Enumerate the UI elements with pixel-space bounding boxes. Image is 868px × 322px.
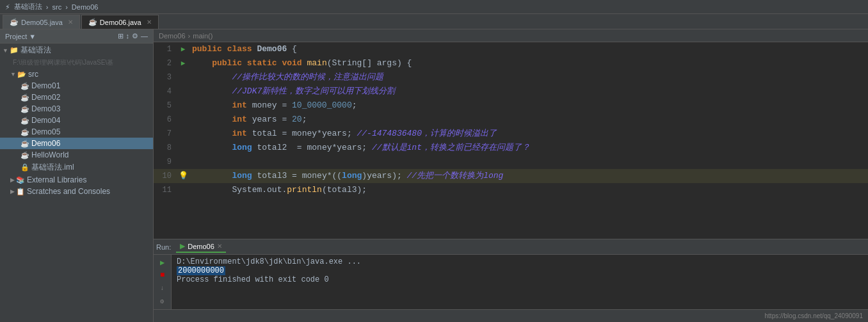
run-tab-icon: ▶ (180, 242, 185, 250)
sidebar-item-demo02[interactable]: ☕ Demo02 (0, 92, 153, 103)
run-arrow-1: ▶ (181, 42, 186, 56)
line-content-5: int money = 10_0000_0000; (189, 99, 868, 113)
editor[interactable]: 1 ▶ public class Demo06 { 2 ▶ public sta… (154, 42, 868, 239)
code-line-7: 7 int total = money*years; //-1474836480… (154, 127, 868, 141)
sidebar-item-external-libs[interactable]: ▶ 📚 External Libraries (0, 174, 153, 186)
sidebar-item-demo05[interactable]: ☕ Demo05 (0, 126, 153, 138)
run-output: D:\Environment\jdk8\jdk\bin\java.exe ...… (172, 255, 868, 309)
main-layout: Project ▼ ⊞ ↕ ⚙ — ▼ 📁 基础语法 F:\班级管理\网课班\代… (0, 29, 868, 322)
sidebar-item-helloworld[interactable]: ☕ HelloWorld (0, 149, 153, 161)
line-num-6: 6 (154, 113, 177, 127)
line-content-10: long total3 = money*((long)years); //先把一… (189, 169, 868, 183)
sidebar-item-demo06[interactable]: ☕ Demo06 (0, 138, 153, 149)
class-icon-demo04: ☕ (20, 117, 29, 125)
line-content-1: public class Demo06 { (189, 42, 868, 56)
tab-demo05-label: Demo05.java (21, 19, 63, 26)
line-num-1: 1 (154, 42, 177, 56)
sidebar-item-iml[interactable]: 🔒 基础语法.iml (0, 161, 153, 174)
tab-demo06[interactable]: ☕ Demo06.java ✕ (81, 15, 159, 29)
title-breadcrumb-2: src (52, 3, 62, 11)
run-tab-close[interactable]: ✕ (217, 243, 222, 250)
iml-icon: 🔒 (20, 163, 29, 172)
tab-demo06-label: Demo06.java (100, 19, 141, 26)
output-command: D:\Environment\jdk8\jdk\bin\java.exe ... (177, 257, 863, 266)
line-num-10: 10 (154, 169, 177, 183)
line-gutter-1[interactable]: ▶ (177, 42, 189, 56)
run-filter-button[interactable]: ⚙ (156, 296, 169, 307)
tree-arrow-project: ▼ (3, 47, 8, 54)
title-icon: ⚡ (5, 2, 10, 12)
tab-demo05-close[interactable]: ✕ (68, 19, 73, 26)
breadcrumb-main: main() (193, 32, 213, 40)
project-name: 基础语法 (20, 45, 51, 56)
line-num-9: 9 (154, 155, 177, 169)
run-play-button[interactable]: ▶ (156, 257, 169, 268)
title-breadcrumb-3: Demo06 (72, 3, 99, 11)
line-gutter-10[interactable]: 💡 (177, 169, 189, 183)
demo05-label: Demo05 (31, 127, 60, 136)
tab-demo06-icon: ☕ (88, 18, 97, 26)
output-result-value: 2000000000 (177, 266, 225, 275)
run-arrow-2: ▶ (181, 56, 186, 70)
title-bar: ⚡ 基础语法 › src › Demo06 (0, 0, 868, 14)
sidebar-item-demo04[interactable]: ☕ Demo04 (0, 115, 153, 126)
breadcrumb-demo06: Demo06 (159, 32, 186, 40)
run-stop-button[interactable]: ■ (156, 270, 169, 280)
helloworld-label: HelloWorld (31, 150, 68, 159)
demo04-label: Demo04 (31, 116, 60, 125)
sidebar-item-scratches[interactable]: ▶ 📋 Scratches and Consoles (0, 186, 153, 197)
tree-arrow-src: ▼ (10, 71, 16, 77)
code-line-10: 10 💡 long total3 = money*((long)years); … (154, 169, 868, 183)
sidebar-header[interactable]: Project ▼ ⊞ ↕ ⚙ — (0, 29, 153, 44)
demo06-label: Demo06 (31, 139, 60, 148)
line-num-7: 7 (154, 127, 177, 141)
sidebar-item-src[interactable]: ▼ 📂 src (0, 68, 153, 80)
sidebar-item-demo03[interactable]: ☕ Demo03 (0, 103, 153, 115)
project-path: F:\班级管理\网课班\代码\JavaSE\基 (13, 58, 113, 67)
breadcrumb: Demo06 › main() (154, 29, 868, 42)
project-label: Project ▼ (5, 33, 36, 40)
tree-arrow-extlibs: ▶ (10, 177, 15, 183)
run-panel: Run: ▶ Demo06 ✕ ▶ ■ ↓ ⚙ D:\Environment\j… (154, 239, 868, 309)
code-line-1: 1 ▶ public class Demo06 { (154, 42, 868, 56)
status-url[interactable]: https://blog.csdn.net/qq_24090091 (765, 312, 863, 319)
line-content-9 (189, 155, 868, 169)
line-content-6: int years = 20; (189, 113, 868, 127)
extlibs-icon: 📚 (16, 176, 25, 184)
class-icon-helloworld: ☕ (20, 151, 29, 159)
output-exit-message: Process finished with exit code 0 (177, 275, 863, 284)
code-line-2: 2 ▶ public static void main(String[] arg… (154, 56, 868, 70)
code-line-11: 11 System.out.println(total3); (154, 183, 868, 197)
tab-demo05[interactable]: ☕ Demo05.java ✕ (3, 15, 80, 29)
src-label: src (28, 70, 38, 79)
tab-demo06-close[interactable]: ✕ (147, 19, 152, 26)
line-num-5: 5 (154, 99, 177, 113)
sidebar-icon-4[interactable]: — (141, 32, 148, 40)
line-num-4: 4 (154, 85, 177, 99)
bulb-icon: 💡 (179, 169, 188, 183)
sidebar-icon-1[interactable]: ⊞ (118, 32, 124, 40)
line-gutter-2[interactable]: ▶ (177, 56, 189, 70)
demo03-label: Demo03 (31, 104, 60, 113)
sidebar-item-project[interactable]: ▼ 📁 基础语法 (0, 44, 153, 57)
line-content-2: public static void main(String[] args) { (189, 56, 868, 70)
sidebar: Project ▼ ⊞ ↕ ⚙ — ▼ 📁 基础语法 F:\班级管理\网课班\代… (0, 29, 154, 322)
line-content-8: long total2 = money*years; //默认是int，转换之前… (189, 141, 868, 155)
sidebar-icon-2[interactable]: ↕ (126, 32, 130, 40)
class-icon-demo06: ☕ (20, 140, 29, 148)
sidebar-icon-3[interactable]: ⚙ (132, 32, 138, 40)
sidebar-item-demo01[interactable]: ☕ Demo01 (0, 80, 153, 92)
line-num-8: 8 (154, 141, 177, 155)
run-scroll-button[interactable]: ↓ (156, 284, 169, 294)
content-area: Demo06 › main() 1 ▶ public class Demo06 … (154, 29, 868, 322)
src-folder-icon: 📂 (17, 70, 26, 79)
folder-icon: 📁 (10, 46, 19, 54)
code-line-3: 3 //操作比较大的数的时候，注意溢出问题 (154, 70, 868, 85)
extlibs-label: External Libraries (27, 175, 86, 184)
line-content-7: int total = money*years; //-1474836480，计… (189, 127, 868, 141)
line-num-3: 3 (154, 70, 177, 85)
output-result-line: 2000000000 (177, 266, 863, 275)
code-line-8: 8 long total2 = money*years; //默认是int，转换… (154, 141, 868, 155)
demo01-label: Demo01 (31, 81, 60, 90)
run-tab-demo06[interactable]: ▶ Demo06 ✕ (176, 241, 226, 253)
